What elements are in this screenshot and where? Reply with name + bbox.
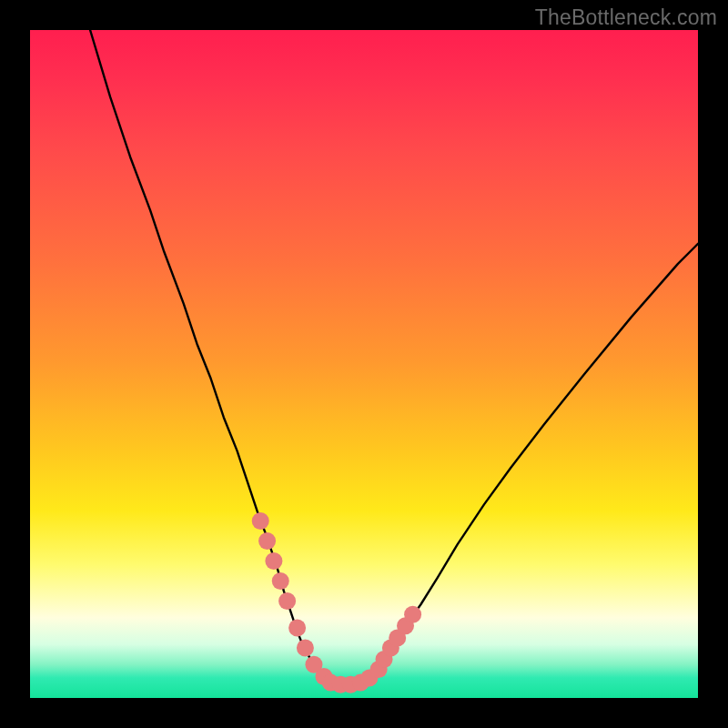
highlight-dot	[258, 532, 276, 550]
chart-frame: TheBottleneck.com	[0, 0, 728, 728]
bottleneck-curve	[90, 30, 698, 684]
watermark-text: TheBottleneck.com	[535, 5, 717, 30]
highlight-dot	[265, 552, 282, 570]
highlight-dot	[297, 639, 314, 656]
highlight-dot	[272, 572, 289, 590]
highlight-dot	[278, 592, 296, 610]
chart-svg	[30, 30, 698, 698]
highlight-dot	[252, 512, 269, 530]
highlight-dot	[404, 606, 421, 623]
plot-area	[30, 30, 698, 698]
highlight-dot	[288, 619, 306, 636]
